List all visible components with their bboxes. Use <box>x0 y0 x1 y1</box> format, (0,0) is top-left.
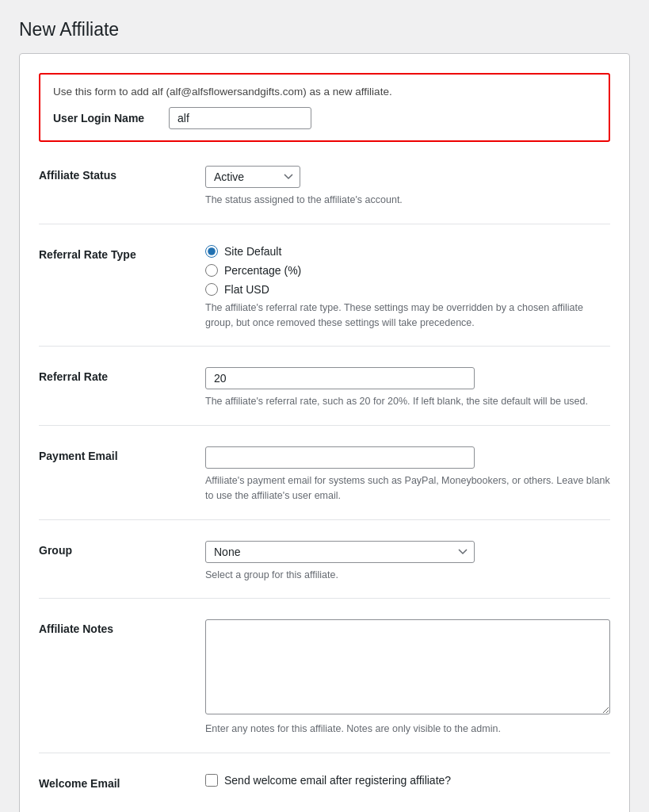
radio-site-default-input[interactable] <box>205 245 218 258</box>
radio-percentage-input[interactable] <box>205 264 218 277</box>
affiliate-status-row: Affiliate Status Active Inactive Pending… <box>39 158 610 208</box>
payment-email-label-col: Payment Email <box>39 446 205 504</box>
affiliate-notes-textarea[interactable] <box>205 619 610 714</box>
welcome-email-label: Welcome Email <box>39 777 120 790</box>
payment-email-description: Affiliate's payment email for systems su… <box>205 473 610 504</box>
divider-3 <box>39 425 610 426</box>
payment-email-control: Affiliate's payment email for systems su… <box>205 446 610 504</box>
payment-email-input[interactable] <box>205 446 475 469</box>
affiliate-status-control: Active Inactive Pending Rejected The sta… <box>205 166 610 208</box>
user-login-input[interactable] <box>169 107 311 129</box>
info-box-row: User Login Name <box>53 107 596 129</box>
radio-flat-usd-label: Flat USD <box>224 283 269 296</box>
radio-flat-usd[interactable]: Flat USD <box>205 283 610 296</box>
group-select[interactable]: None <box>205 541 475 563</box>
welcome-email-checkbox-row: Send welcome email after registering aff… <box>205 774 610 787</box>
affiliate-notes-label: Affiliate Notes <box>39 622 113 635</box>
referral-rate-type-label: Referral Rate Type <box>39 248 136 261</box>
divider-2 <box>39 346 610 347</box>
radio-percentage[interactable]: Percentage (%) <box>205 264 610 277</box>
group-row: Group None Select a group for this affil… <box>39 533 610 583</box>
referral-rate-row: Referral Rate The affiliate's referral r… <box>39 359 610 409</box>
affiliate-status-label: Affiliate Status <box>39 169 116 182</box>
referral-rate-type-radio-group: Site Default Percentage (%) Flat USD <box>205 245 610 296</box>
affiliate-status-select[interactable]: Active Inactive Pending Rejected <box>205 166 300 188</box>
affiliate-notes-control: Enter any notes for this affiliate. Note… <box>205 619 610 737</box>
radio-percentage-label: Percentage (%) <box>224 264 301 277</box>
radio-flat-usd-input[interactable] <box>205 283 218 296</box>
referral-rate-input[interactable] <box>205 367 475 389</box>
welcome-email-label-col: Welcome Email <box>39 774 205 790</box>
welcome-email-checkbox[interactable] <box>205 774 218 787</box>
welcome-email-row: Welcome Email Send welcome email after r… <box>39 766 610 790</box>
divider-1 <box>39 224 610 224</box>
payment-email-row: Payment Email Affiliate's payment email … <box>39 439 610 504</box>
affiliate-notes-label-col: Affiliate Notes <box>39 619 205 737</box>
group-label-col: Group <box>39 541 205 583</box>
referral-rate-type-control: Site Default Percentage (%) Flat USD The… <box>205 245 610 331</box>
welcome-email-control: Send welcome email after registering aff… <box>205 774 610 790</box>
referral-rate-type-description: The affiliate's referral rate type. Thes… <box>205 301 610 331</box>
affiliate-notes-description: Enter any notes for this affiliate. Note… <box>205 722 610 737</box>
info-box: Use this form to add alf (alf@alfsflower… <box>39 73 610 142</box>
referral-rate-description: The affiliate's referral rate, such as 2… <box>205 394 610 409</box>
referral-rate-control: The affiliate's referral rate, such as 2… <box>205 367 610 409</box>
form-card: Use this form to add alf (alf@alfsflower… <box>19 53 630 812</box>
referral-rate-label-col: Referral Rate <box>39 367 205 409</box>
divider-6 <box>39 753 610 753</box>
group-description: Select a group for this affiliate. <box>205 568 610 583</box>
info-description: Use this form to add alf (alf@alfsflower… <box>53 86 596 98</box>
radio-site-default-label: Site Default <box>224 245 281 258</box>
payment-email-label: Payment Email <box>39 450 118 462</box>
welcome-email-checkbox-label: Send welcome email after registering aff… <box>224 774 451 787</box>
page-container: New Affiliate Use this form to add alf (… <box>19 19 630 812</box>
referral-rate-label: Referral Rate <box>39 370 108 383</box>
referral-rate-type-row: Referral Rate Type Site Default Percenta… <box>39 237 610 331</box>
user-login-label: User Login Name <box>53 112 156 124</box>
group-label: Group <box>39 544 72 557</box>
affiliate-status-description: The status assigned to the affiliate's a… <box>205 193 610 208</box>
affiliate-notes-row: Affiliate Notes Enter any notes for this… <box>39 611 610 737</box>
radio-site-default[interactable]: Site Default <box>205 245 610 258</box>
divider-5 <box>39 598 610 599</box>
affiliate-status-label-col: Affiliate Status <box>39 166 205 208</box>
page-title: New Affiliate <box>19 19 630 40</box>
divider-4 <box>39 519 610 520</box>
group-control: None Select a group for this affiliate. <box>205 541 610 583</box>
referral-rate-type-label-col: Referral Rate Type <box>39 245 205 331</box>
